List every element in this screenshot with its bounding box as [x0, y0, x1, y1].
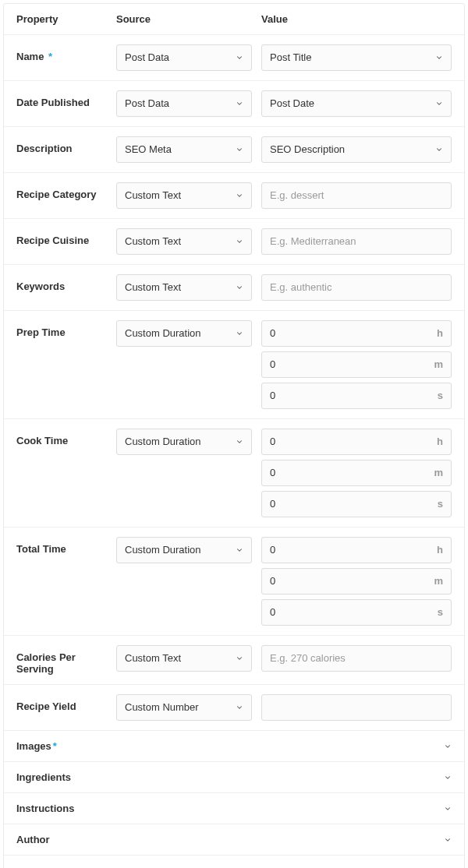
- source-select-keywords-label: Custom Text: [125, 275, 181, 300]
- value-col: Post Date: [261, 90, 452, 117]
- chevron-down-icon: [236, 192, 243, 199]
- source-select-cook_time[interactable]: Custom Duration: [116, 429, 252, 455]
- value-input-calories-text: E.g. 270 calories: [270, 646, 346, 671]
- property-label-name: Name *: [16, 44, 116, 62]
- source-select-cook_time-label: Custom Duration: [125, 429, 201, 454]
- property-label-text: Prep Time: [16, 326, 66, 338]
- value-input-keywords[interactable]: E.g. authentic: [261, 274, 452, 301]
- source-select-recipe_category[interactable]: Custom Text: [116, 182, 252, 209]
- duration-m-cook_time[interactable]: 0m: [261, 460, 452, 486]
- chevron-down-icon: [236, 438, 243, 446]
- source-select-name[interactable]: Post Data: [116, 44, 252, 71]
- value-col: E.g. Mediterranean: [261, 228, 452, 255]
- property-label-recipe_cuisine: Recipe Cuisine: [16, 228, 116, 246]
- source-col: Custom Duration: [116, 320, 261, 347]
- property-label-text: Description: [16, 143, 73, 154]
- collapsed-section-images[interactable]: Images *: [4, 731, 464, 762]
- chevron-down-icon: [444, 836, 452, 844]
- duration-s-total_time-unit: s: [438, 600, 443, 625]
- chevron-down-icon: [236, 100, 243, 108]
- source-select-description-label: SEO Meta: [125, 137, 172, 162]
- value-input-recipe_cuisine[interactable]: E.g. Mediterranean: [261, 228, 452, 255]
- duration-m-total_time-value: 0: [270, 569, 275, 594]
- collapsed-left: Author: [16, 834, 50, 845]
- header-value: Value: [261, 13, 452, 25]
- duration-h-prep_time-unit: h: [437, 321, 443, 346]
- collapsed-section-instructions[interactable]: Instructions: [4, 793, 464, 824]
- header-source: Source: [116, 13, 261, 25]
- value-col: E.g. dessert: [261, 182, 452, 209]
- value-input-recipe_category[interactable]: E.g. dessert: [261, 182, 452, 209]
- duration-s-cook_time-unit: s: [438, 492, 443, 517]
- value-input-recipe_yield[interactable]: [261, 694, 452, 721]
- source-select-recipe_cuisine[interactable]: Custom Text: [116, 228, 252, 255]
- source-col: Custom Duration: [116, 537, 261, 563]
- property-label-description: Description: [16, 136, 116, 154]
- value-select-name[interactable]: Post Title: [261, 44, 452, 71]
- collapsed-label: Author: [16, 834, 50, 845]
- duration-h-cook_time[interactable]: 0h: [261, 429, 452, 455]
- source-select-total_time[interactable]: Custom Duration: [116, 537, 252, 563]
- collapsed-section-ingredients[interactable]: Ingredients: [4, 762, 464, 793]
- value-col: 0h0m0s: [261, 429, 452, 517]
- source-select-prep_time[interactable]: Custom Duration: [116, 320, 252, 347]
- property-row-recipe_yield: Recipe YieldCustom Number: [4, 685, 464, 731]
- chevron-down-icon: [236, 704, 243, 711]
- property-row-cook_time: Cook TimeCustom Duration0h0m0s: [4, 419, 464, 528]
- property-label-text: Recipe Cuisine: [16, 235, 89, 246]
- duration-s-cook_time-value: 0: [270, 492, 275, 517]
- collapsed-label: Ingredients: [16, 771, 71, 783]
- source-select-keywords[interactable]: Custom Text: [116, 274, 252, 301]
- value-select-date_published[interactable]: Post Date: [261, 90, 452, 117]
- duration-m-prep_time[interactable]: 0m: [261, 351, 452, 378]
- value-input-recipe_category-text: E.g. dessert: [270, 183, 324, 208]
- chevron-down-icon: [435, 54, 443, 62]
- duration-h-total_time[interactable]: 0h: [261, 537, 452, 563]
- value-select-description[interactable]: SEO Description: [261, 136, 452, 163]
- source-select-date_published-label: Post Data: [125, 91, 169, 116]
- duration-h-cook_time-unit: h: [437, 429, 443, 454]
- duration-stack-total_time: 0h0m0s: [261, 537, 452, 626]
- duration-s-total_time[interactable]: 0s: [261, 599, 452, 626]
- chevron-down-icon: [236, 54, 243, 62]
- property-row-recipe_category: Recipe CategoryCustom TextE.g. dessert: [4, 173, 464, 219]
- source-select-recipe_yield[interactable]: Custom Number: [116, 694, 252, 721]
- source-select-recipe_yield-label: Custom Number: [125, 695, 199, 720]
- source-col: Custom Text: [116, 274, 261, 301]
- required-asterisk: *: [53, 740, 57, 752]
- duration-s-cook_time[interactable]: 0s: [261, 491, 452, 517]
- collapsed-left: Instructions: [16, 803, 74, 814]
- table-header: Property Source Value: [4, 4, 464, 35]
- duration-h-prep_time[interactable]: 0h: [261, 320, 452, 347]
- duration-s-prep_time[interactable]: 0s: [261, 383, 452, 409]
- chevron-down-icon: [236, 284, 243, 291]
- property-label-text: Date Published: [16, 97, 90, 108]
- property-row-recipe_cuisine: Recipe CuisineCustom TextE.g. Mediterran…: [4, 219, 464, 265]
- property-label-text: Total Time: [16, 543, 66, 555]
- required-asterisk: *: [45, 51, 52, 62]
- source-select-calories[interactable]: Custom Text: [116, 645, 252, 672]
- footer: RESET PROPERTIES ADD PROPERTY: [4, 856, 464, 868]
- chevron-down-icon: [444, 774, 452, 782]
- collapsed-section-author[interactable]: Author: [4, 824, 464, 856]
- value-input-calories[interactable]: E.g. 270 calories: [261, 645, 452, 672]
- source-select-name-label: Post Data: [125, 45, 169, 70]
- value-col: E.g. 270 calories: [261, 645, 452, 672]
- value-select-name-label: Post Title: [270, 45, 311, 70]
- duration-m-total_time[interactable]: 0m: [261, 568, 452, 595]
- property-label-total_time: Total Time: [16, 537, 116, 555]
- source-col: Custom Number: [116, 694, 261, 721]
- property-label-calories: Calories Per Serving: [16, 645, 116, 675]
- source-col: Custom Text: [116, 228, 261, 255]
- header-property: Property: [16, 13, 116, 25]
- source-col: Custom Duration: [116, 429, 261, 455]
- source-select-date_published[interactable]: Post Data: [116, 90, 252, 117]
- value-col: SEO Description: [261, 136, 452, 163]
- source-select-description[interactable]: SEO Meta: [116, 136, 252, 163]
- value-col: Post Title: [261, 44, 452, 71]
- collapsed-label: Images: [16, 740, 51, 752]
- chevron-down-icon: [444, 743, 452, 750]
- value-input-recipe_cuisine-text: E.g. Mediterranean: [270, 229, 356, 254]
- collapsed-label: Instructions: [16, 803, 74, 814]
- duration-stack-cook_time: 0h0m0s: [261, 429, 452, 517]
